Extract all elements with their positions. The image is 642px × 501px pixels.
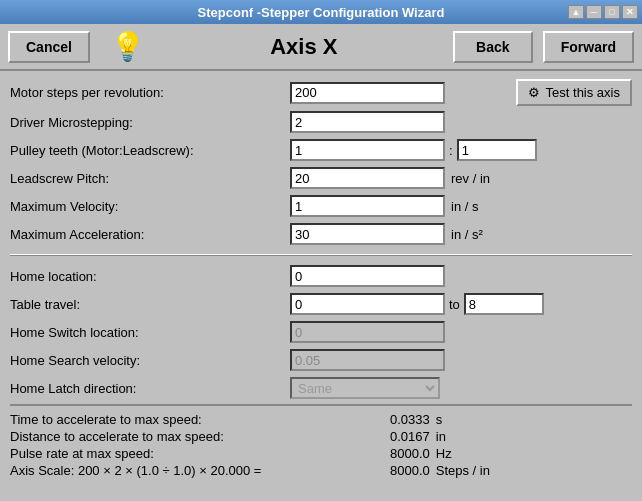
table-travel-input[interactable] — [290, 293, 445, 315]
separator1 — [10, 254, 632, 256]
window-title: Stepconf -Stepper Configuration Wizard — [198, 5, 445, 20]
max-accel-label: Maximum Acceleration: — [10, 227, 290, 242]
home-switch-input[interactable] — [290, 321, 445, 343]
motor-steps-row: Motor steps per revolution: ⚙ Test this … — [10, 79, 632, 106]
leadscrew-row: Leadscrew Pitch: rev / in — [10, 166, 632, 190]
axis-scale-row: Axis Scale: 200 × 2 × (1.0 ÷ 1.0) × 20.0… — [10, 463, 632, 478]
pulley-input2[interactable] — [457, 139, 537, 161]
colon-separator: : — [449, 143, 453, 158]
driver-micro-row: Driver Microstepping: — [10, 110, 632, 134]
home-switch-label: Home Switch location: — [10, 325, 290, 340]
main-content: Motor steps per revolution: ⚙ Test this … — [0, 71, 642, 488]
driver-micro-label: Driver Microstepping: — [10, 115, 290, 130]
window-controls[interactable]: ▲ ─ □ ✕ — [568, 5, 638, 19]
home-switch-row: Home Switch location: — [10, 320, 632, 344]
header-row: Cancel 💡 Axis X Back Forward — [0, 24, 642, 71]
axis-scale-label: Axis Scale: 200 × 2 × (1.0 ÷ 1.0) × 20.0… — [10, 463, 390, 478]
leadscrew-input[interactable] — [290, 167, 445, 189]
max-velocity-unit: in / s — [451, 199, 478, 214]
max-accel-input[interactable] — [290, 223, 445, 245]
home-latch-label: Home Latch direction: — [10, 381, 290, 396]
axis-scale-unit: Steps / in — [436, 463, 490, 478]
pulley-row: Pulley teeth (Motor:Leadscrew): : — [10, 138, 632, 162]
max-accel-row: Maximum Acceleration: in / s² — [10, 222, 632, 246]
accel-time-value: 0.0333 — [390, 412, 430, 427]
max-velocity-label: Maximum Velocity: — [10, 199, 290, 214]
pulley-input1[interactable] — [290, 139, 445, 161]
driver-micro-input[interactable] — [290, 111, 445, 133]
motor-steps-input[interactable] — [290, 82, 445, 104]
home-loc-label: Home location: — [10, 269, 290, 284]
motor-steps-label: Motor steps per revolution: — [10, 85, 290, 100]
close-button[interactable]: ✕ — [622, 5, 638, 19]
home-loc-row: Home location: — [10, 264, 632, 288]
test-axis-label: Test this axis — [546, 85, 620, 100]
accel-time-unit: s — [436, 412, 443, 427]
accel-dist-row: Distance to accelerate to max speed: 0.0… — [10, 429, 632, 444]
home-search-input[interactable] — [290, 349, 445, 371]
maximize-button[interactable]: □ — [604, 5, 620, 19]
home-latch-row: Home Latch direction: Same Opposite — [10, 376, 632, 400]
pulse-rate-label: Pulse rate at max speed: — [10, 446, 390, 461]
table-travel-row: Table travel: to — [10, 292, 632, 316]
max-velocity-row: Maximum Velocity: in / s — [10, 194, 632, 218]
test-icon: ⚙ — [528, 85, 540, 100]
table-travel-end-input[interactable] — [464, 293, 544, 315]
home-loc-input[interactable] — [290, 265, 445, 287]
table-travel-label: Table travel: — [10, 297, 290, 312]
title-bar: Stepconf -Stepper Configuration Wizard ▲… — [0, 0, 642, 24]
pulley-label: Pulley teeth (Motor:Leadscrew): — [10, 143, 290, 158]
max-accel-unit: in / s² — [451, 227, 483, 242]
leadscrew-label: Leadscrew Pitch: — [10, 171, 290, 186]
home-search-row: Home Search velocity: — [10, 348, 632, 372]
pulse-rate-unit: Hz — [436, 446, 452, 461]
minimize-button2[interactable]: ─ — [586, 5, 602, 19]
axis-title: Axis X — [165, 34, 443, 60]
stats-area: Time to accelerate to max speed: 0.0333 … — [10, 404, 632, 478]
accel-dist-unit: in — [436, 429, 446, 444]
leadscrew-unit: rev / in — [451, 171, 490, 186]
minimize-button[interactable]: ▲ — [568, 5, 584, 19]
pulse-rate-value: 8000.0 — [390, 446, 430, 461]
pulse-rate-row: Pulse rate at max speed: 8000.0 Hz — [10, 446, 632, 461]
accel-time-label: Time to accelerate to max speed: — [10, 412, 390, 427]
forward-button[interactable]: Forward — [543, 31, 634, 63]
axis-scale-value: 8000.0 — [390, 463, 430, 478]
max-velocity-input[interactable] — [290, 195, 445, 217]
home-search-label: Home Search velocity: — [10, 353, 290, 368]
back-button[interactable]: Back — [453, 31, 533, 63]
to-label: to — [449, 297, 460, 312]
cancel-button[interactable]: Cancel — [8, 31, 90, 63]
home-latch-select[interactable]: Same Opposite — [290, 377, 440, 399]
accel-dist-label: Distance to accelerate to max speed: — [10, 429, 390, 444]
test-axis-button[interactable]: ⚙ Test this axis — [516, 79, 632, 106]
accel-dist-value: 0.0167 — [390, 429, 430, 444]
lightbulb-icon: 💡 — [110, 30, 145, 63]
accel-time-row: Time to accelerate to max speed: 0.0333 … — [10, 412, 632, 427]
